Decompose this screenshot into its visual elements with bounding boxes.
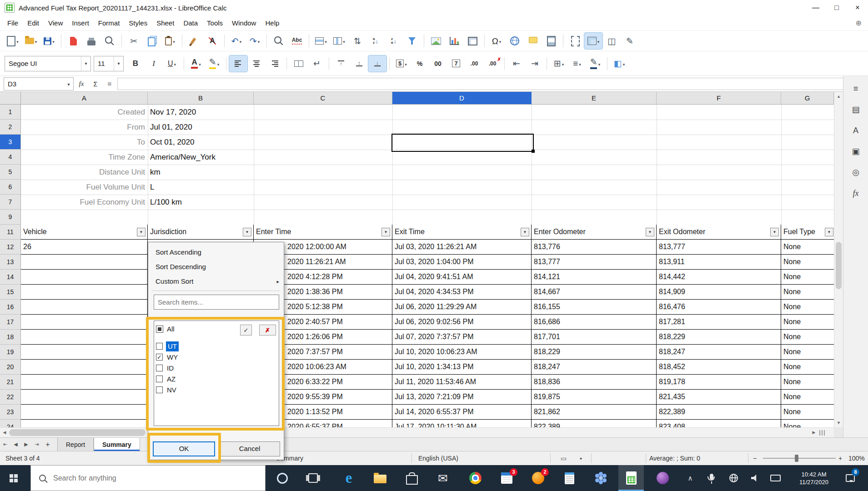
- dropdown-caret[interactable]: [598, 60, 601, 68]
- row-header-4[interactable]: 4: [0, 150, 21, 165]
- properties-icon[interactable]: ▤: [847, 101, 865, 118]
- sort-descending-button[interactable]: za↓: [385, 33, 403, 49]
- dropdown-caret[interactable]: [16, 37, 19, 45]
- volume-button[interactable]: [746, 465, 764, 491]
- menu-edit[interactable]: Edit: [23, 17, 44, 29]
- zoom-slider[interactable]: [763, 458, 836, 459]
- table-row-13-cell[interactable]: [21, 255, 148, 270]
- row-header-2[interactable]: 2: [0, 120, 21, 135]
- paste-button[interactable]: [161, 33, 179, 49]
- filter-item-wy[interactable]: ✓WY: [155, 352, 278, 363]
- zoom-slider-thumb[interactable]: [795, 455, 798, 462]
- font-color-button[interactable]: A: [187, 55, 205, 72]
- styles-icon[interactable]: A: [847, 122, 865, 139]
- save-button[interactable]: [40, 33, 58, 49]
- center-vertically-button[interactable]: ↕: [350, 55, 368, 72]
- font-name-combo[interactable]: Segoe UI: [5, 56, 91, 71]
- align-left-button[interactable]: [229, 55, 247, 72]
- open-file-button[interactable]: [22, 33, 40, 49]
- cell-cursor-d3[interactable]: [391, 134, 534, 152]
- wrap-text-button[interactable]: ↵: [308, 55, 326, 72]
- dropdown-caret[interactable]: [325, 37, 327, 45]
- table-row-16-cell[interactable]: Jul 06, 2020 11:29:29 AM: [392, 300, 532, 315]
- row-header-7[interactable]: 7: [0, 195, 21, 210]
- table-row-15-cell[interactable]: Jul 04, 2020 4:34:53 PM: [392, 285, 532, 300]
- table-row-20-cell[interactable]: Jul 10, 2020 1:34:13 PM: [392, 360, 532, 375]
- table-row-14-cell[interactable]: [21, 270, 148, 285]
- merge-cells-button[interactable]: [290, 55, 308, 72]
- function-wizard-button[interactable]: fx: [75, 78, 88, 90]
- table-row-18-cell[interactable]: 818,229: [657, 330, 781, 345]
- horizontal-scrollbar-thumb[interactable]: [9, 429, 146, 436]
- filter-button-enter-time[interactable]: [381, 228, 390, 236]
- align-top-button[interactable]: ↑: [332, 55, 350, 72]
- previous-sheet-button[interactable]: ◀: [10, 438, 21, 451]
- split-window-button[interactable]: ◫: [602, 33, 621, 49]
- clear-formatting-button[interactable]: A: [203, 33, 221, 49]
- border-style-button[interactable]: ≡: [568, 55, 586, 72]
- check-all-button[interactable]: ✓: [240, 325, 252, 336]
- table-row-16-cell[interactable]: 816,476: [657, 300, 781, 315]
- filter-item-ut[interactable]: UT: [155, 341, 278, 352]
- column-header-G[interactable]: G: [781, 92, 834, 105]
- new-document-button[interactable]: [4, 33, 22, 49]
- metadata-value[interactable]: Jul 01, 2020: [150, 120, 314, 135]
- calendar-app-taskbar-button[interactable]: 3: [494, 465, 519, 491]
- dropdown-caret[interactable]: [623, 60, 625, 68]
- table-row-17-cell[interactable]: [21, 315, 148, 330]
- checkbox-ut[interactable]: [156, 343, 163, 350]
- column-header-C[interactable]: C: [254, 92, 392, 105]
- row-header-5[interactable]: 5: [0, 165, 21, 180]
- dropdown-caret[interactable]: [174, 60, 176, 68]
- format-as-number-button[interactable]: 00: [429, 55, 447, 72]
- sheet-tab-report[interactable]: Report: [57, 438, 94, 451]
- tray-expand-button[interactable]: ∧: [681, 465, 699, 491]
- table-header-fuel-type[interactable]: Fuel Type: [781, 225, 834, 240]
- metadata-value[interactable]: L: [150, 180, 314, 195]
- scroll-right-icon[interactable]: ▶: [809, 428, 818, 437]
- table-row-18-cell[interactable]: None: [781, 330, 834, 345]
- row-operations-button[interactable]: [312, 33, 330, 49]
- table-row-17-cell[interactable]: 817,281: [657, 315, 781, 330]
- metadata-value[interactable]: Nov 17, 2020: [150, 105, 314, 120]
- row-header-6[interactable]: 6: [0, 180, 21, 195]
- align-right-button[interactable]: [266, 55, 284, 72]
- table-row-14-cell[interactable]: 814,121: [532, 270, 657, 285]
- row-header-17[interactable]: 17: [0, 315, 21, 330]
- table-row-21-cell[interactable]: [21, 375, 148, 390]
- dropdown-caret[interactable]: [343, 37, 345, 45]
- checkbox-nv[interactable]: [156, 386, 163, 393]
- sheet-tab-summary[interactable]: Summary: [94, 438, 140, 451]
- notepad-taskbar-button[interactable]: [557, 465, 582, 491]
- table-header-enter-time[interactable]: Enter Time: [254, 225, 392, 240]
- select-all-corner[interactable]: [0, 92, 21, 105]
- table-row-24-cell[interactable]: Jul 17, 2020 10:11:30 AM: [392, 420, 532, 427]
- vertical-scrollbar-thumb[interactable]: [836, 242, 842, 289]
- menubar-status-icon[interactable]: ⊕: [856, 19, 862, 27]
- column-header-E[interactable]: E: [532, 92, 657, 105]
- cut-button[interactable]: ✂: [125, 33, 143, 49]
- checkbox-wy[interactable]: ✓: [156, 354, 163, 361]
- table-row-21-cell[interactable]: Jul 11, 2020 11:53:46 AM: [392, 375, 532, 390]
- scroll-down-icon[interactable]: ▼: [834, 418, 843, 427]
- table-row-17-cell[interactable]: None: [781, 315, 834, 330]
- sort-button[interactable]: ⇅: [348, 33, 366, 49]
- filter-item-az[interactable]: AZ: [155, 374, 278, 385]
- filter-menu-custom-sort[interactable]: Custom Sort▸: [148, 274, 284, 289]
- scroll-left-icon[interactable]: ◀: [0, 428, 9, 437]
- name-box[interactable]: D3: [4, 77, 74, 90]
- row-header-13[interactable]: 13: [0, 255, 21, 270]
- table-row-19-cell[interactable]: None: [781, 345, 834, 360]
- delete-decimal-place-button[interactable]: .00✗: [483, 55, 502, 72]
- menu-view[interactable]: View: [44, 17, 67, 29]
- dropdown-caret[interactable]: [579, 60, 581, 68]
- metadata-label[interactable]: To: [21, 135, 147, 150]
- gallery-icon[interactable]: ▣: [847, 143, 865, 160]
- row-header-9[interactable]: 9: [0, 210, 21, 225]
- table-header-vehicle[interactable]: Vehicle: [21, 225, 148, 240]
- metadata-label[interactable]: Created: [21, 105, 147, 120]
- blue-flower-app-taskbar-button[interactable]: [588, 465, 613, 491]
- libreoffice-calc-taskbar-button[interactable]: [618, 465, 644, 491]
- menu-insert[interactable]: Insert: [67, 17, 94, 29]
- row-header-18[interactable]: 18: [0, 330, 21, 345]
